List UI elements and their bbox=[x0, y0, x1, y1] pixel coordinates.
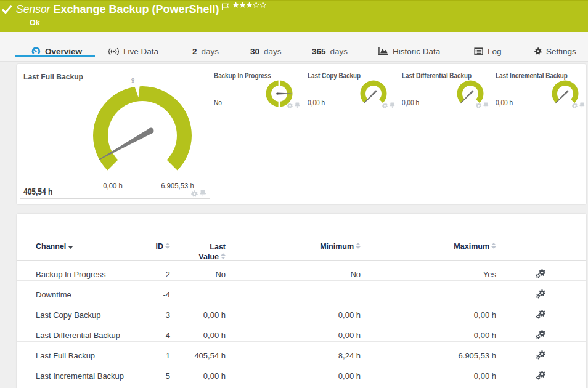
pin-icon[interactable] bbox=[390, 102, 395, 108]
gauge-actions bbox=[287, 102, 300, 108]
tab-365-days-number: 365 bbox=[312, 47, 326, 56]
tab-2-days-label: days bbox=[202, 47, 219, 56]
cell-minimum: 0,00 h bbox=[299, 372, 361, 380]
gauge-actions bbox=[191, 190, 206, 197]
star-empty-icon[interactable] bbox=[253, 1, 259, 9]
tab-2-days-number: 2 bbox=[192, 47, 197, 56]
table-row[interactable]: Downtime -4 bbox=[17, 281, 586, 301]
sort-icon bbox=[221, 253, 226, 259]
channel-settings-icon[interactable] bbox=[536, 310, 546, 319]
cell-last-value: 0,00 h bbox=[164, 311, 226, 319]
gauge-value: No bbox=[214, 98, 222, 107]
cell-maximum: 0,00 h bbox=[428, 331, 496, 339]
star-empty-icon[interactable] bbox=[259, 1, 266, 9]
tab-30-days-label: days bbox=[264, 47, 282, 56]
primary-gauge: x̄ bbox=[89, 73, 195, 172]
tab-365-days[interactable]: 365 days bbox=[312, 46, 348, 56]
tab-log-label: Log bbox=[488, 47, 502, 56]
active-tab-underline bbox=[15, 55, 95, 57]
gear-icon bbox=[534, 47, 542, 55]
gear-icon[interactable] bbox=[287, 103, 293, 108]
cell-channel: Last Copy Backup bbox=[36, 311, 101, 319]
gauge-icon bbox=[31, 47, 41, 55]
channel-settings-icon[interactable] bbox=[536, 371, 546, 380]
table-row[interactable]: Backup In Progress 2 No No Yes bbox=[17, 261, 586, 281]
column-header-id[interactable]: ID bbox=[156, 242, 171, 251]
cell-channel: Last Incremental Backup bbox=[36, 372, 124, 380]
cell-minimum: 0,00 h bbox=[299, 331, 361, 339]
status-ok-check-icon bbox=[2, 5, 12, 14]
sensor-header: Sensor Exchange Backup (PowerShell) Ok bbox=[0, 0, 588, 32]
tab-log[interactable]: Log bbox=[474, 46, 502, 56]
gauge-max-label: 6.905,53 h bbox=[151, 181, 205, 190]
gauge-section-last-incremental-backup[interactable]: Last Incremental Backup 0,00 h bbox=[494, 68, 585, 108]
tab-2-days[interactable]: 2 days bbox=[192, 46, 219, 56]
gauge-title: Last Copy Backup bbox=[308, 71, 361, 80]
histogram-icon bbox=[378, 47, 388, 55]
channel-settings-icon[interactable] bbox=[536, 289, 546, 299]
cell-maximum: 6.905,53 h bbox=[428, 352, 496, 360]
gear-icon[interactable] bbox=[476, 103, 481, 108]
pin-icon[interactable] bbox=[579, 102, 585, 108]
tab-30-days[interactable]: 30 days bbox=[250, 46, 282, 56]
channel-settings-icon[interactable] bbox=[536, 330, 546, 339]
cell-maximum: Yes bbox=[428, 270, 496, 278]
tab-30-days-number: 30 bbox=[250, 47, 259, 56]
star-filled-icon[interactable] bbox=[246, 1, 253, 9]
column-header-channel[interactable]: Channel bbox=[36, 242, 73, 251]
tab-settings[interactable]: Settings bbox=[534, 46, 576, 56]
sort-icon bbox=[356, 243, 361, 249]
cell-last-value: 405,54 h bbox=[164, 352, 226, 360]
gear-icon[interactable] bbox=[572, 103, 578, 108]
table-row[interactable]: Last Copy Backup 3 0,00 h 0,00 h 0,00 h bbox=[17, 301, 586, 321]
channel-settings-icon[interactable] bbox=[536, 269, 546, 278]
column-header-minimum[interactable]: Minimum bbox=[320, 242, 361, 251]
gauge-value: 0,00 h bbox=[308, 98, 325, 107]
sensor-status-badge: Ok bbox=[30, 18, 40, 27]
table-header-row: Channel ID Last Value Minimum Maximum bbox=[17, 214, 586, 261]
table-row[interactable]: Last Incremental Backup 5 0,00 h 0,00 h … bbox=[17, 362, 586, 382]
flag-icon[interactable] bbox=[221, 2, 229, 13]
star-filled-icon[interactable] bbox=[239, 1, 246, 9]
cell-last-value: 0,00 h bbox=[164, 372, 226, 380]
tab-365-days-label: days bbox=[330, 47, 348, 56]
gauge-section-last-copy-backup[interactable]: Last Copy Backup 0,00 h bbox=[306, 68, 395, 108]
pin-icon[interactable] bbox=[200, 190, 206, 197]
tab-live-data[interactable]: Live Data bbox=[108, 46, 158, 56]
tab-historic-data[interactable]: Historic Data bbox=[378, 46, 440, 56]
gauge-section-backup-in-progress[interactable]: Backup In Progress No bbox=[212, 68, 300, 108]
table-row[interactable]: Last Full Backup 1 405,54 h 8,24 h 6.905… bbox=[17, 342, 586, 362]
table-body: Backup In Progress 2 No No Yes Downtime … bbox=[17, 261, 586, 382]
column-header-maximum[interactable]: Maximum bbox=[454, 242, 496, 251]
sort-icon bbox=[165, 243, 170, 249]
gauge-actions bbox=[572, 102, 585, 108]
gauges-panel: Last Full Backup x̄ 0,00 h 6.905,53 h 40… bbox=[17, 64, 586, 204]
cell-channel: Backup In Progress bbox=[36, 270, 105, 278]
cell-maximum: 0,00 h bbox=[428, 372, 496, 380]
channel-settings-icon[interactable] bbox=[536, 350, 546, 360]
gauge-title: Last Full Backup bbox=[23, 73, 83, 81]
cell-channel: Downtime bbox=[36, 291, 71, 299]
flag-glyph bbox=[221, 3, 229, 10]
star-filled-icon[interactable] bbox=[232, 1, 239, 9]
gauge-section-last-differential-backup[interactable]: Last Differential Backup 0,00 h bbox=[400, 68, 489, 108]
sensor-title: Exchange Backup (PowerShell) bbox=[53, 3, 219, 16]
cell-last-value: 0,00 h bbox=[164, 331, 226, 339]
priority-stars[interactable] bbox=[232, 1, 267, 9]
pin-icon[interactable] bbox=[295, 102, 300, 108]
gauge-mean-marker: x̄ bbox=[131, 77, 135, 84]
gauge-title: Backup In Progress bbox=[214, 71, 271, 80]
object-kind-label: Sensor bbox=[16, 3, 50, 16]
cell-channel: Last Differential Backup bbox=[36, 331, 120, 339]
gear-icon[interactable] bbox=[382, 103, 388, 108]
tab-bar: Overview Live Data 2 days 30 days 365 da… bbox=[0, 32, 588, 62]
gauge-min-label: 0,00 h bbox=[86, 181, 140, 190]
table-row[interactable]: Last Differential Backup 4 0,00 h 0,00 h… bbox=[17, 321, 586, 342]
column-header-last-value[interactable]: Last Value bbox=[198, 242, 226, 262]
gauge-value: 0,00 h bbox=[402, 98, 419, 107]
cell-maximum: 0,00 h bbox=[428, 311, 496, 319]
sort-icon bbox=[491, 243, 496, 249]
gear-icon[interactable] bbox=[191, 190, 198, 197]
pin-icon[interactable] bbox=[483, 102, 489, 108]
gauge-section-last-full-backup[interactable]: Last Full Backup x̄ 0,00 h 6.905,53 h 40… bbox=[20, 68, 210, 199]
